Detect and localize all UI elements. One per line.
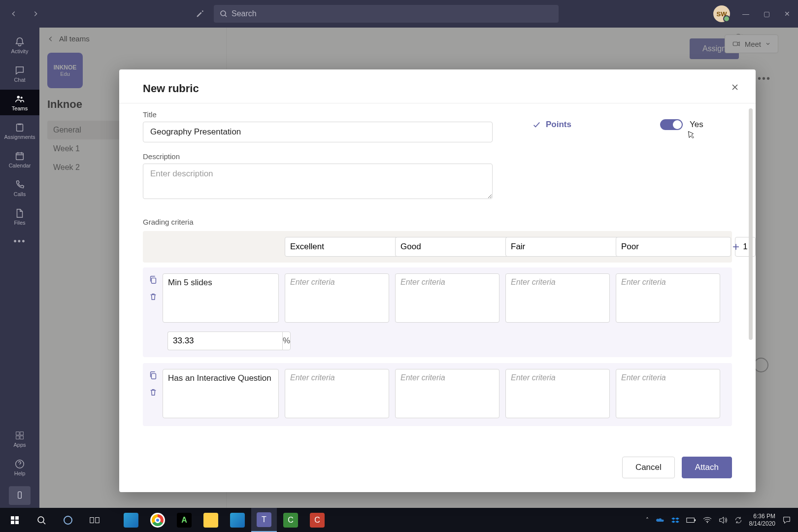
grading-criteria-label: Grading criteria (143, 218, 732, 226)
copy-icon[interactable] (149, 371, 158, 380)
cancel-button[interactable]: Cancel (622, 457, 675, 478)
tray-dropbox-icon[interactable] (671, 516, 679, 524)
svg-rect-13 (151, 278, 156, 283)
criterion-cell-input[interactable] (505, 369, 610, 418)
level-name-input[interactable] (395, 237, 510, 257)
criterion-name-input[interactable] (163, 369, 279, 418)
close-icon[interactable] (728, 80, 742, 94)
rail-calls[interactable]: Calls (0, 175, 39, 201)
start-button[interactable] (2, 508, 28, 532)
scrollbar[interactable] (749, 108, 753, 340)
svg-point-25 (707, 522, 708, 523)
points-toggle[interactable] (660, 119, 683, 130)
rubric-title-input[interactable] (143, 122, 493, 142)
check-icon (532, 120, 541, 129)
app-rail: Activity Chat Teams Assignments Calendar… (0, 28, 39, 508)
forward-button[interactable] (28, 6, 43, 22)
window-maximize-icon[interactable]: ▢ (762, 10, 771, 18)
new-rubric-modal: New rubric Title Description (119, 69, 756, 492)
trash-icon[interactable] (149, 292, 158, 301)
rail-device-icon[interactable] (9, 486, 31, 505)
rail-assignments[interactable]: Assignments (0, 118, 39, 144)
criterion-cell-input[interactable] (395, 369, 499, 418)
svg-rect-11 (18, 492, 22, 498)
copy-icon[interactable] (149, 275, 158, 284)
trash-icon[interactable] (149, 388, 158, 397)
tray-chevron-up-icon[interactable]: ˄ (646, 517, 649, 524)
taskbar-app-chrome[interactable] (145, 508, 170, 532)
criterion-weight-input[interactable] (167, 332, 282, 350)
window-minimize-icon[interactable]: — (741, 10, 751, 18)
taskbar-app-teams[interactable]: T (251, 508, 277, 532)
compose-icon[interactable] (192, 6, 208, 22)
back-button[interactable] (6, 6, 22, 22)
tray-battery-icon[interactable] (686, 517, 696, 524)
taskbar-app-camtasia-rec[interactable]: C (304, 508, 330, 532)
meet-button[interactable]: Meet (725, 34, 778, 53)
tray-onedrive-icon[interactable] (656, 516, 665, 525)
rail-apps[interactable]: Apps (0, 426, 39, 452)
task-view-icon[interactable] (82, 508, 107, 532)
criterion-cell-input[interactable] (616, 273, 720, 323)
criterion-cell-input[interactable] (395, 273, 499, 323)
svg-point-2 (21, 97, 23, 99)
svg-rect-17 (11, 521, 14, 524)
criterion-cell-input[interactable] (285, 273, 389, 323)
rail-activity[interactable]: Activity (0, 33, 39, 58)
level-name-input[interactable] (285, 237, 400, 257)
taskbar-app-explorer[interactable] (198, 508, 224, 532)
rail-chat[interactable]: Chat (0, 61, 39, 87)
tray-volume-icon[interactable] (719, 516, 728, 524)
criterion-cell-input[interactable] (505, 273, 610, 323)
attach-button[interactable]: Attach (682, 457, 732, 478)
search-input[interactable]: Search (214, 5, 559, 23)
svg-rect-9 (20, 436, 23, 439)
taskbar-app-edge2[interactable] (225, 508, 250, 532)
title-bar: Search SW — ▢ ✕ (0, 0, 798, 28)
svg-rect-18 (15, 521, 19, 524)
window-close-icon[interactable]: ✕ (782, 10, 792, 18)
tray-wifi-icon[interactable] (703, 517, 712, 524)
taskbar-app[interactable]: A (171, 508, 197, 532)
taskbar-app-edge[interactable] (118, 508, 144, 532)
rail-files[interactable]: Files (0, 204, 39, 230)
criterion-cell-input[interactable] (616, 369, 720, 418)
level-name-input[interactable] (616, 237, 731, 257)
criterion-weight-row: % (143, 327, 732, 357)
criterion-row (143, 363, 732, 426)
rail-calendar[interactable]: Calendar (0, 147, 39, 172)
percent-label: % (282, 332, 291, 350)
rail-teams[interactable]: Teams (0, 90, 39, 115)
svg-rect-16 (15, 516, 19, 520)
more-options-icon[interactable]: ••• (758, 73, 771, 84)
chevron-down-icon (765, 41, 771, 47)
tray-sync-icon[interactable] (734, 516, 742, 524)
svg-rect-4 (18, 124, 21, 125)
search-placeholder: Search (232, 9, 257, 18)
svg-rect-21 (90, 517, 94, 523)
add-level-button[interactable]: + (726, 237, 746, 257)
svg-rect-15 (11, 516, 14, 520)
cursor-icon (685, 130, 696, 141)
cortana-icon[interactable] (55, 508, 81, 532)
rail-more-icon[interactable]: ••• (0, 233, 39, 251)
avatar[interactable]: SW (713, 5, 730, 22)
clock-icon[interactable] (754, 358, 768, 372)
windows-taskbar: A T C C ˄ 6:36 PM 8/14/2020 (0, 508, 798, 532)
level-name-input[interactable] (505, 237, 621, 257)
svg-point-20 (64, 516, 72, 524)
description-label: Description (143, 152, 493, 161)
tb-search-icon[interactable] (29, 508, 54, 532)
action-center-icon[interactable] (782, 516, 791, 525)
rubric-description-input[interactable] (143, 164, 493, 199)
rail-help[interactable]: Help (0, 455, 39, 480)
back-all-teams[interactable]: All teams (47, 34, 218, 43)
criterion-row (143, 267, 732, 331)
taskbar-app-camtasia[interactable]: C (278, 508, 303, 532)
svg-rect-12 (733, 42, 737, 46)
system-clock[interactable]: 6:36 PM 8/14/2020 (749, 513, 775, 527)
criterion-name-input[interactable] (163, 273, 279, 323)
levels-header-row: + (143, 231, 732, 263)
criterion-cell-input[interactable] (285, 369, 389, 418)
svg-rect-22 (96, 517, 99, 523)
